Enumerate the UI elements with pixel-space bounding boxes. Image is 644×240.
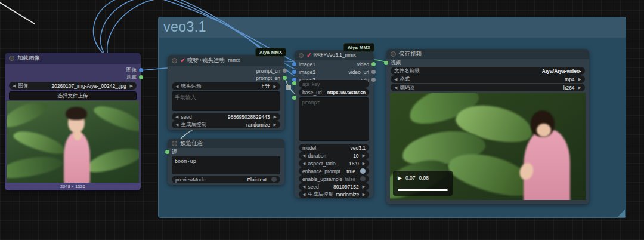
- enhance-prompt-widget[interactable]: enhance_prompt true: [299, 167, 369, 175]
- node-badge: Aiya-MMX: [255, 48, 286, 57]
- output-prompt-en: prompt_en: [256, 75, 280, 81]
- prev-arrow-icon[interactable]: ◀: [394, 85, 397, 90]
- prev-arrow-icon[interactable]: ◀: [302, 153, 305, 158]
- node-status-dot: [299, 53, 304, 58]
- seed-widget[interactable]: ◀ seed 801097152 ▶: [299, 183, 369, 190]
- output-dot-prompt-en[interactable]: [283, 76, 287, 80]
- output-dot-image[interactable]: [139, 68, 143, 72]
- image-file-widget[interactable]: ◀ 图像 20260107_img-Aiya-_00242_.jpg ▶: [9, 82, 137, 90]
- node-header[interactable]: 保存视频: [386, 49, 589, 59]
- node-graph-canvas[interactable]: { "ui": { "arrow_left": "◀", "arrow_righ…: [0, 0, 644, 240]
- output-video: video: [357, 61, 369, 67]
- output-dot-mask[interactable]: [139, 75, 143, 79]
- foliage-shape: [91, 101, 139, 136]
- video-progress-bar[interactable]: [398, 189, 448, 191]
- output-dot-video-url[interactable]: [371, 70, 376, 74]
- camera-motion-widget[interactable]: ◀ 镜头运动 上升 ▶: [172, 82, 280, 90]
- prev-arrow-icon[interactable]: ◀: [302, 161, 305, 165]
- input-dot-image1[interactable]: [292, 62, 296, 66]
- node-save-video[interactable]: 保存视频 视频 文件名前缀 Aiya/Aiya-video- ◀ 格式 mp4 …: [386, 49, 589, 204]
- video-figure-face: [537, 124, 551, 137]
- input-dot-prompt[interactable]: [292, 96, 296, 100]
- node-camera-motion[interactable]: ✔ 咬呀+镜头运动_mmx prompt_cn prompt_en ◀ 镜头运动…: [168, 55, 284, 130]
- input-dot-video[interactable]: [384, 61, 388, 65]
- next-arrow-icon[interactable]: ▶: [578, 85, 581, 90]
- prev-arrow-icon[interactable]: ◀: [175, 122, 178, 127]
- node-status-dot: [391, 51, 396, 57]
- enable-upsample-widget[interactable]: enable_upsample false: [299, 175, 369, 183]
- prev-arrow-icon[interactable]: ◀: [302, 192, 305, 196]
- foliage-shape: [7, 153, 64, 182]
- format-widget[interactable]: ◀ 格式 mp4 ▶: [391, 75, 585, 83]
- node-title: 咬呀+镜头运动_mmx: [187, 57, 240, 64]
- next-arrow-icon[interactable]: ▶: [130, 84, 133, 88]
- input-dot-api-key[interactable]: [292, 81, 296, 85]
- input-dot-source[interactable]: [165, 150, 169, 154]
- output-dot-video[interactable]: [371, 62, 376, 66]
- node-header[interactable]: 预览任意: [168, 139, 284, 148]
- node-preview-any[interactable]: 预览任意 源 boom-up previewMode Plaintext: [168, 139, 284, 185]
- group-resize-handle[interactable]: [618, 210, 625, 217]
- image-preview[interactable]: [7, 101, 139, 183]
- next-arrow-icon[interactable]: ▶: [363, 153, 366, 158]
- output-prompt-cn: prompt_cn: [256, 67, 280, 74]
- input-video: 视频: [391, 60, 401, 66]
- photo-figure-hand: [73, 130, 82, 140]
- base-url-widget[interactable]: base_url https://ai.t8star.cn: [299, 88, 369, 96]
- node-title: 保存视频: [399, 50, 422, 58]
- output-dot-prompt-cn[interactable]: [283, 69, 287, 73]
- input-source: 源: [172, 149, 177, 155]
- video-preview[interactable]: ▶ 0:07 0:08: [390, 93, 586, 200]
- control-after-generate-widget[interactable]: ◀ 生成后控制 randomize ▶: [172, 121, 280, 128]
- group-title: veo3.1: [163, 19, 206, 35]
- node-veo31[interactable]: ✔ 咬呀+Veo3.1_mmx image1 image2 image3 vid…: [295, 50, 373, 198]
- node-title: 咬呀+Veo3.1_mmx: [313, 52, 356, 59]
- output-video-url: video_url: [349, 69, 370, 75]
- next-arrow-icon[interactable]: ▶: [578, 77, 581, 81]
- node-status-dot: [9, 56, 14, 61]
- next-arrow-icon[interactable]: ▶: [274, 84, 277, 88]
- play-icon[interactable]: ▶: [398, 176, 402, 181]
- prev-arrow-icon[interactable]: ◀: [13, 84, 16, 88]
- preview-content-textarea[interactable]: boom-up: [172, 156, 280, 174]
- next-arrow-icon[interactable]: ▶: [274, 115, 277, 119]
- next-arrow-icon[interactable]: ▶: [274, 122, 277, 127]
- prev-arrow-icon[interactable]: ◀: [302, 184, 305, 189]
- input-dot-image2[interactable]: [292, 70, 296, 74]
- node-status-dot: [172, 141, 177, 146]
- preview-mode-widget[interactable]: previewMode Plaintext: [172, 176, 280, 183]
- prev-arrow-icon[interactable]: ◀: [175, 84, 178, 88]
- node-status-dot: [172, 58, 177, 63]
- seed-widget[interactable]: ◀ seed 988695028829443 ▶: [172, 113, 280, 121]
- image-dimensions: 2048 × 1536: [5, 183, 141, 190]
- api-key-widget[interactable]: api_key: [299, 80, 369, 88]
- next-arrow-icon[interactable]: ▶: [363, 184, 366, 189]
- video-controls-overlay[interactable]: ▶ 0:07 0:08: [393, 171, 453, 196]
- node-load-image[interactable]: 加载图像 图像 遮罩 ◀ 图像 20260107_img-Aiya-_00242…: [5, 53, 141, 190]
- manual-input-textarea[interactable]: [172, 91, 280, 111]
- prev-arrow-icon[interactable]: ◀: [175, 115, 178, 119]
- control-after-generate-widget[interactable]: ◀ 生成后控制 randomize ▶: [299, 190, 369, 198]
- enhance-prompt-toggle[interactable]: [360, 168, 366, 174]
- video-total-time: 0:08: [419, 175, 429, 181]
- output-label: 图像: [126, 67, 137, 74]
- output-dot-info[interactable]: [371, 78, 376, 82]
- prompt-textarea[interactable]: [299, 97, 369, 141]
- aspect-ratio-widget[interactable]: ◀ aspect_ratio 16:9 ▶: [299, 159, 369, 167]
- group-titlebar[interactable]: [159, 17, 626, 38]
- enable-upsample-toggle[interactable]: [360, 176, 366, 181]
- duration-widget[interactable]: ◀ duration 10 ▶: [299, 152, 369, 159]
- codec-widget[interactable]: ◀ 编码器 h264 ▶: [391, 84, 585, 91]
- output-mask: 遮罩: [126, 74, 137, 81]
- filename-prefix-widget[interactable]: 文件名前缀 Aiya/Aiya-video-: [391, 67, 585, 75]
- preview-mode-toggle[interactable]: [271, 177, 277, 182]
- node-title: 预览任意: [180, 140, 203, 147]
- next-arrow-icon[interactable]: ▶: [363, 192, 366, 196]
- node-badge: Aiya-MMX: [343, 43, 374, 52]
- upload-file-button[interactable]: 选择文件上传: [9, 91, 137, 100]
- next-arrow-icon[interactable]: ▶: [363, 161, 366, 165]
- node-header[interactable]: 加载图像: [5, 53, 141, 64]
- output-label: 遮罩: [126, 74, 137, 81]
- prev-arrow-icon[interactable]: ◀: [394, 77, 397, 81]
- model-widget[interactable]: model veo3.1: [299, 144, 369, 152]
